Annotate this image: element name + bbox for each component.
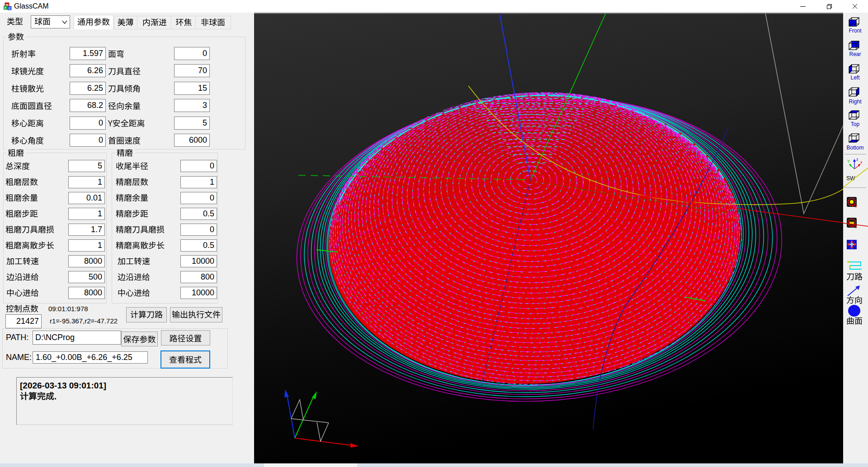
svg-text:F: F bbox=[5, 6, 6, 9]
svg-text:C: C bbox=[9, 7, 11, 10]
